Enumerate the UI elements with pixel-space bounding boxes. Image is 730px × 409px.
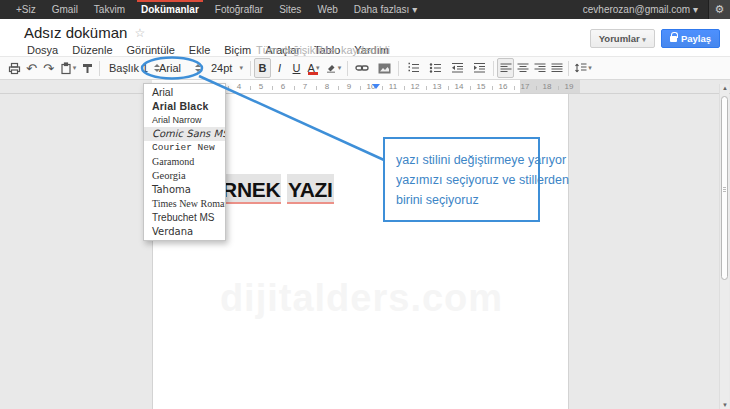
chevron-down-icon: ▾ <box>338 64 342 72</box>
menu-item[interactable]: Düzenle <box>65 44 119 56</box>
print-icon[interactable] <box>6 58 23 78</box>
document-area: ÖRNEK YAZI dijitalders.com <box>0 94 730 409</box>
numbered-list-icon[interactable] <box>402 58 424 78</box>
menu-item[interactable]: Dosya <box>20 44 65 56</box>
formatting-toolbar: ↶ ↷ ▾ Başlık 1 Arial 24pt ▾ B I U A▾ ▾ <box>0 56 730 80</box>
font-dropdown-menu: ArialArial BlackArial NarrowComic Sans M… <box>143 83 226 241</box>
scroll-up-icon[interactable]: ▲ <box>720 85 730 91</box>
annotation-line: yazımızı seçiyoruz ve stillerden <box>396 170 534 190</box>
topbar-link[interactable]: Dokümanlar <box>133 0 207 19</box>
topbar-link[interactable]: Fotoğraflar <box>207 0 271 19</box>
google-topbar: +SizGmailTakvimDokümanlarFotoğraflarSite… <box>0 0 730 19</box>
annotation-callout: yazı stilini değiştirmeye yarıyor yazımı… <box>383 137 540 222</box>
paint-format-icon[interactable] <box>79 58 96 78</box>
highlight-color-button[interactable]: ▾ <box>322 58 344 78</box>
font-selector[interactable]: Arial <box>153 58 205 78</box>
chevron-down-icon: ▾ <box>239 64 243 72</box>
bulleted-list-icon[interactable] <box>424 58 446 78</box>
ruler-number: 5 <box>250 80 272 93</box>
menu-item[interactable]: Ekle <box>182 44 217 56</box>
ruler-number: 18 <box>536 80 558 93</box>
font-menu-item[interactable]: Arial Narrow <box>144 113 225 127</box>
scroll-down-icon[interactable]: ▼ <box>720 402 730 408</box>
chevron-down-icon: ▾ <box>642 36 646 43</box>
lock-icon <box>670 36 677 42</box>
chevron-down-icon: ▾ <box>588 64 592 72</box>
menu-item[interactable]: Görüntüle <box>120 44 182 56</box>
ruler-number: 7 <box>294 80 316 93</box>
web-clipboard-icon[interactable]: ▾ <box>57 58 79 78</box>
topbar-link[interactable]: +Siz <box>8 0 44 19</box>
underline-button[interactable]: U <box>288 58 305 78</box>
redo-icon[interactable]: ↷ <box>40 58 57 78</box>
chevron-down-icon: ▾ <box>73 64 77 72</box>
font-menu-item[interactable]: Courier New <box>144 141 225 155</box>
topbar-link[interactable]: Sites <box>271 0 309 19</box>
ruler-number: 15 <box>470 80 492 93</box>
ruler-number: 17 <box>514 80 536 93</box>
google-docs-window: +SizGmailTakvimDokümanlarFotoğraflarSite… <box>0 0 730 409</box>
align-justify-icon[interactable] <box>548 58 565 78</box>
watermark: dijitalders.com <box>153 277 570 320</box>
text-color-button[interactable]: A▾ <box>305 58 322 78</box>
decrease-indent-icon[interactable] <box>446 58 468 78</box>
annotation-line: yazı stilini değiştirmeye yarıyor <box>396 150 534 170</box>
ruler-number: 12 <box>404 80 426 93</box>
font-menu-item[interactable]: Garamond <box>144 155 225 169</box>
align-left-icon[interactable] <box>497 58 514 78</box>
topbar-link[interactable]: Daha fazlası ▾ <box>346 0 425 19</box>
italic-button[interactable]: I <box>271 58 288 78</box>
ruler-number: 11 <box>382 80 404 93</box>
save-status: Tüm değişiklikler kaydedildi <box>256 44 390 56</box>
font-menu-item[interactable]: Trebuchet MS <box>144 211 225 225</box>
font-menu-item[interactable]: Arial <box>144 85 225 99</box>
topbar-link[interactable]: Web <box>309 0 345 19</box>
font-menu-item[interactable]: Times New Roman <box>144 197 225 211</box>
vertical-scrollbar[interactable]: ▲ ▼ <box>719 84 729 409</box>
ruler-number: 19 <box>558 80 580 93</box>
font-menu-item[interactable]: Verdana <box>144 225 225 239</box>
insert-link-icon[interactable] <box>351 58 373 78</box>
increase-indent-icon[interactable] <box>468 58 490 78</box>
ruler-number: 13 <box>426 80 448 93</box>
share-button[interactable]: Paylaş <box>661 29 720 48</box>
stepper-icon <box>195 64 201 72</box>
ruler-number: 14 <box>448 80 470 93</box>
font-menu-item[interactable]: Tahoma <box>144 183 225 197</box>
align-center-icon[interactable] <box>514 58 531 78</box>
ruler-number: 16 <box>492 80 514 93</box>
undo-icon[interactable]: ↶ <box>23 58 40 78</box>
chevron-down-icon: ▾ <box>316 64 320 72</box>
ruler: 12345678910111213141516171819 <box>0 80 730 94</box>
ruler-number: 9 <box>338 80 360 93</box>
font-size-selector[interactable]: 24pt ▾ <box>205 58 247 78</box>
line-spacing-icon[interactable]: ▾ <box>572 58 594 78</box>
styles-selector[interactable]: Başlık 1 <box>103 58 153 78</box>
font-menu-item[interactable]: Georgia <box>144 169 225 183</box>
topbar-links: +SizGmailTakvimDokümanlarFotoğraflarSite… <box>0 0 425 19</box>
align-right-icon[interactable] <box>531 58 548 78</box>
scrollbar-thumb[interactable] <box>721 96 728 280</box>
scrollbar-grip <box>723 187 726 193</box>
gear-icon[interactable]: ⚙ <box>708 0 730 19</box>
ruler-number: 4 <box>228 80 250 93</box>
bold-button[interactable]: B <box>254 58 271 78</box>
menu-item[interactable]: Biçim <box>217 44 258 56</box>
star-icon[interactable]: ☆ <box>134 26 145 40</box>
font-menu-item[interactable]: Arial Black <box>144 99 225 113</box>
topbar-link[interactable]: Takvim <box>86 0 133 19</box>
topbar-link[interactable]: Gmail <box>44 0 86 19</box>
insert-image-icon[interactable] <box>373 58 395 78</box>
document-header: Adsız doküman ☆ DosyaDüzenleGörüntüleEkl… <box>0 19 730 56</box>
ruler-number: 6 <box>272 80 294 93</box>
comments-button[interactable]: Yorumlar ▾ <box>590 29 655 48</box>
document-title[interactable]: Adsız doküman <box>24 24 127 41</box>
ruler-number: 8 <box>316 80 338 93</box>
account-menu[interactable]: cevherozan@gmail.com ▾ <box>573 4 708 15</box>
right-indent-marker[interactable] <box>372 84 380 89</box>
annotation-line: birini seçiyoruz <box>396 190 534 210</box>
font-menu-item[interactable]: Comic Sans MS <box>144 127 225 141</box>
